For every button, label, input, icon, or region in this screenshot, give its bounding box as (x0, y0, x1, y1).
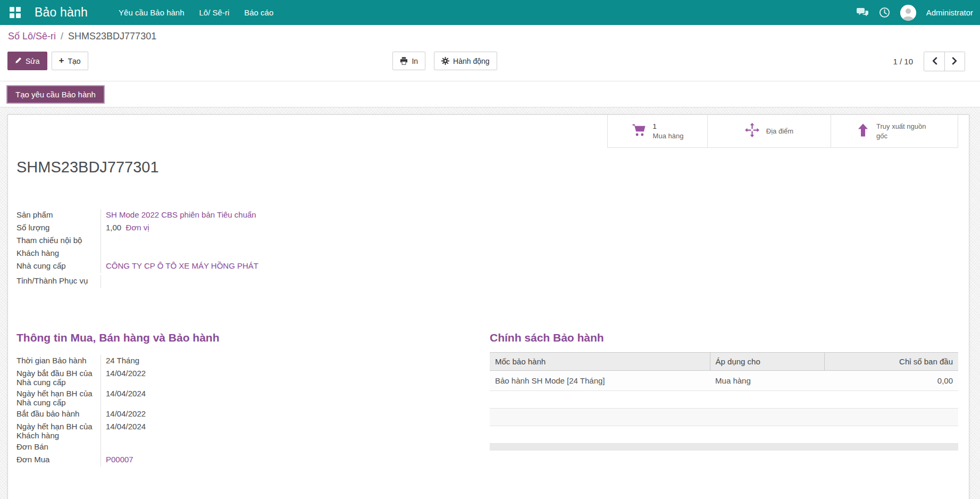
field-row-warranty-start: Bắt đầu bảo hành 14/04/2022 (16, 408, 479, 421)
vendor-warranty-start-value: 14/04/2022 (106, 369, 146, 378)
field-row-warranty-duration: Thời gian Bảo hành 24 Tháng (16, 355, 479, 368)
clock-icon[interactable] (879, 7, 890, 18)
user-menu[interactable]: Administrator (926, 8, 973, 17)
record-title: SHMS23BDJ777301 (16, 159, 958, 176)
stat-traceability-label: Truy xuất nguồn gốc (876, 122, 932, 140)
field-row-service-province: Tỉnh/Thành Phục vụ (16, 275, 421, 288)
field-row-quantity: Số lượng 1,00 Đơn vị (16, 222, 421, 235)
field-label: Tham chiếu nội bộ (16, 235, 100, 247)
vendor-warranty-end-value: 14/04/2024 (106, 389, 146, 398)
stat-button-text: Truy xuất nguồn gốc (876, 122, 932, 140)
menu-reports[interactable]: Báo cáo (243, 6, 274, 19)
field-row-vendor: Nhà cung cấp CÔNG TY CP Ô TÔ XE MÁY HỒNG… (16, 260, 421, 273)
cell-initial-index[interactable]: 0,00 (825, 371, 958, 391)
pager-previous-button[interactable] (924, 52, 944, 71)
avatar[interactable] (900, 5, 916, 21)
field-row-sale-order: Đơn Bán (16, 441, 479, 454)
apps-grid-icon[interactable] (10, 7, 21, 18)
pencil-icon (15, 57, 22, 65)
arrow-up-icon (857, 123, 869, 139)
pager-buttons (924, 52, 965, 71)
field-label: Tỉnh/Thành Phục vụ (16, 275, 100, 288)
field-label: Đơn Bán (16, 441, 100, 454)
shopping-cart-icon (632, 123, 646, 139)
field-label: Nhà cung cấp (16, 260, 100, 273)
control-center-group: In Hành (43, 52, 848, 70)
warranty-policy-section: Chính sách Bảo hành Mốc bảo hành Áp dụng… (490, 331, 958, 467)
field-label: Bắt đầu bảo hành (16, 408, 100, 421)
cell-milestone[interactable]: Bảo hành SH Mode [24 Tháng] (490, 371, 710, 391)
field-row-purchase-order: Đơn Mua P00007 (16, 454, 479, 467)
form-statusbar: Tạo yêu cầu Bảo hành (0, 81, 980, 107)
field-label: Ngày bắt đầu BH của Nhà cung cấp (16, 368, 100, 388)
field-label: Ngày hết hạn BH của Khách hàng (16, 421, 100, 441)
warranty-app-window: Bảo hành Yêu cầu Bảo hành Lô/ Sê-ri Báo … (0, 0, 980, 499)
chevron-right-icon (952, 57, 958, 66)
quantity-value: 1,00 (106, 223, 121, 232)
pager: 1 / 10 (893, 52, 965, 71)
product-link[interactable]: SH Mode 2022 CBS phiên bản Tiêu chuẩn (106, 210, 256, 219)
purchase-order-link[interactable]: P00007 (106, 455, 133, 464)
cell-apply-to[interactable]: Mua hàng (710, 371, 825, 391)
stat-button-text: 1 Mua hàng (653, 122, 684, 140)
field-label: Ngày hết hạn BH của Nhà cung cấp (16, 388, 100, 408)
printer-icon (400, 57, 408, 65)
vendor-link[interactable]: CÔNG TY CP Ô TÔ XE MÁY HỒNG PHÁT (106, 261, 258, 270)
table-footer (490, 444, 958, 451)
field-label: Khách hàng (16, 247, 100, 260)
stat-button-text: Địa điểm (766, 127, 793, 136)
stat-button-row: 1 Mua hàng Địa (16, 115, 958, 148)
field-label: Sản phẩm (16, 209, 100, 222)
customer-warranty-end-value: 14/04/2024 (106, 422, 146, 431)
table-header-row: Mốc bảo hành Áp dụng cho Chỉ số ban đầu (490, 353, 958, 371)
field-row-product: Sản phẩm SH Mode 2022 CBS phiên bản Tiêu… (16, 209, 421, 222)
pager-next-button[interactable] (944, 52, 965, 71)
stat-location-label: Địa điểm (766, 127, 793, 136)
print-button-label: In (412, 57, 418, 65)
table-row[interactable]: Bảo hành SH Mode [24 Tháng] Mua hàng 0,0… (490, 371, 958, 391)
breadcrumb-parent-link[interactable]: Số Lô/Sê-ri (8, 31, 56, 42)
warranty-policy-table: Mốc bảo hành Áp dụng cho Chỉ số ban đầu … (490, 352, 958, 451)
menu-warranty-requests[interactable]: Yêu cầu Bảo hành (118, 6, 185, 19)
warranty-start-value: 14/04/2022 (106, 409, 146, 418)
edit-button[interactable]: Sửa (7, 52, 47, 70)
stat-purchases-label: Mua hàng (653, 131, 684, 141)
chat-icon[interactable] (856, 7, 869, 18)
pager-counter: 1 / 10 (893, 57, 913, 66)
warranty-section-heading: Thông tin Mua, Bán hàng và Bảo hành (16, 331, 479, 344)
column-header-initial-index[interactable]: Chỉ số ban đầu (825, 353, 958, 371)
create-warranty-claim-button[interactable]: Tạo yêu cầu Bảo hành (6, 85, 105, 104)
field-label: Đơn Mua (16, 454, 100, 467)
section-columns: Thông tin Mua, Bán hàng và Bảo hành Thời… (16, 331, 958, 467)
form-control-bar: Sửa + Tạo In (0, 47, 980, 81)
breadcrumb-separator: / (61, 31, 63, 42)
field-row-vendor-warranty-end: Ngày hết hạn BH của Nhà cung cấp 14/04/2… (16, 388, 479, 408)
column-header-apply-to[interactable]: Áp dụng cho (710, 353, 825, 371)
stat-button-purchases[interactable]: 1 Mua hàng (607, 115, 707, 148)
edit-button-label: Sửa (26, 57, 40, 65)
menu-lot-serial[interactable]: Lô/ Sê-ri (198, 6, 231, 19)
field-row-customer-warranty-end: Ngày hết hạn BH của Khách hàng 14/04/202… (16, 421, 479, 441)
app-brand[interactable]: Bảo hành (35, 5, 88, 20)
field-label: Số lượng (16, 222, 100, 235)
main-menu: Yêu cầu Bảo hành Lô/ Sê-ri Báo cáo (118, 6, 274, 19)
field-row-internal-ref: Tham chiếu nội bộ (16, 235, 421, 247)
move-arrows-icon (745, 123, 759, 139)
stat-button-traceability[interactable]: Truy xuất nguồn gốc (831, 115, 958, 148)
general-field-group: Sản phẩm SH Mode 2022 CBS phiên bản Tiêu… (16, 209, 421, 288)
stat-button-location[interactable]: Địa điểm (707, 115, 831, 148)
chevron-left-icon (932, 57, 937, 66)
navbar-right: Administrator (856, 5, 973, 21)
field-row-customer: Khách hàng (16, 247, 421, 260)
empty-table-row (490, 409, 958, 426)
warranty-info-section: Thông tin Mua, Bán hàng và Bảo hành Thời… (16, 331, 479, 467)
action-button-label: Hành động (453, 57, 490, 65)
policy-section-heading: Chính sách Bảo hành (490, 331, 958, 344)
action-button[interactable]: Hành động (434, 52, 497, 70)
uom-link[interactable]: Đơn vị (126, 223, 149, 232)
print-button[interactable]: In (392, 52, 425, 70)
empty-table-row (490, 391, 958, 409)
column-header-milestone[interactable]: Mốc bảo hành (490, 353, 710, 371)
warranty-duration-value: 24 Tháng (106, 356, 139, 365)
gear-icon (441, 57, 449, 65)
